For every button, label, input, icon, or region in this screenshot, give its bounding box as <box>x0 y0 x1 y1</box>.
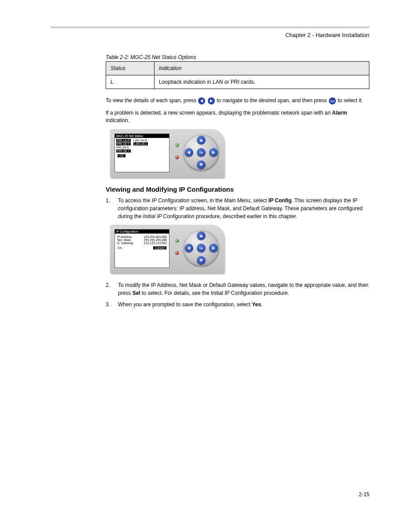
lcd-ok-button[interactable]: OK <box>118 154 125 157</box>
lcd-title: MGC-25 Net Status <box>115 134 169 138</box>
dpad-up-button[interactable] <box>197 136 206 145</box>
dpad2-right-button[interactable] <box>209 244 218 253</box>
lcd2-ok-button[interactable]: OK <box>118 246 122 249</box>
dpad2-sel-button[interactable]: Sel <box>197 244 206 253</box>
section-heading: Viewing and Modifying IP Configurations <box>106 186 369 193</box>
table-caption: Table 2-2: MGC-25 Net Status Options <box>106 54 369 60</box>
span-pri1b: PRI 1B Y <box>116 142 131 145</box>
step-3: 3. When you are prompted to save the con… <box>106 301 369 308</box>
td-status: L <box>106 75 155 89</box>
dpad-left-button[interactable] <box>184 148 193 157</box>
dpad-down-button[interactable] <box>197 160 206 169</box>
lcd2-cancel-button[interactable]: Cancel <box>153 246 166 249</box>
step-2: 2. To modify the IP Address, Net Mask or… <box>106 281 369 297</box>
alarm-paragraph: If a problem is detected, a new screen a… <box>106 109 369 125</box>
th-status: Status <box>106 62 155 75</box>
span-lan2a: LAN 2A L <box>133 142 148 145</box>
dpad-right-button[interactable] <box>209 148 218 157</box>
dpad-sel-button[interactable]: Sel <box>197 148 206 157</box>
page-header: Chapter 2 - Hardware Installation <box>51 32 369 38</box>
status-led-green <box>175 143 179 147</box>
device-panel-net-status: MGC-25 Net Status PRI 1A R PRI 1B Y PRI … <box>110 129 225 178</box>
arrow-right-icon <box>207 97 215 105</box>
header-rule <box>51 26 369 28</box>
device-panel-ip-config: IP Configuration IP Address129.254.004.0… <box>110 225 225 273</box>
lcd-screen: MGC-25 Net Status PRI 1A R PRI 1B Y PRI … <box>114 134 169 172</box>
lcd-screen-2: IP Configuration IP Address129.254.004.0… <box>114 229 169 268</box>
dpad2-up-button[interactable] <box>197 231 206 240</box>
row-gw: D. Gateway123.123.123.001 <box>116 241 168 245</box>
status-led-red <box>175 156 179 159</box>
dpad2-down-button[interactable] <box>197 256 206 265</box>
span-pri1a: PRI 1A R <box>116 139 131 142</box>
sel-icon: Sel <box>328 97 336 105</box>
span-lan1a: LAN 1A N <box>133 139 148 142</box>
table-row: L Loopback indication in LAN or PRI card… <box>106 75 369 89</box>
instruction-view-span: To view the details of each span, press … <box>106 97 369 105</box>
lcd2-title: IP Configuration <box>115 230 169 234</box>
svg-text:Sel: Sel <box>330 100 335 103</box>
page-number: 2-15 <box>359 491 369 498</box>
span-pri2b: PRI 2B Y <box>116 149 131 152</box>
td-indication: Loopback indication in LAN or PRI cards. <box>155 75 369 89</box>
status-led-green-2 <box>175 239 179 242</box>
dpad: Sel <box>183 134 219 171</box>
dpad-2: Sel <box>183 230 219 266</box>
step-1: 1. To access the IP Configuration screen… <box>106 197 369 220</box>
row-ip: IP Address129.254.004.008 <box>116 235 168 238</box>
net-status-table: Status Indication L Loopback indication … <box>106 61 369 89</box>
status-led-red-2 <box>175 251 179 255</box>
dpad2-left-button[interactable] <box>184 244 193 253</box>
arrow-left-icon <box>198 97 206 105</box>
th-indication: Indication <box>155 62 369 75</box>
row-mask: Net. Mask255.255.255.000 <box>116 238 168 241</box>
span-pri2a: PRI 2A N <box>116 146 131 149</box>
